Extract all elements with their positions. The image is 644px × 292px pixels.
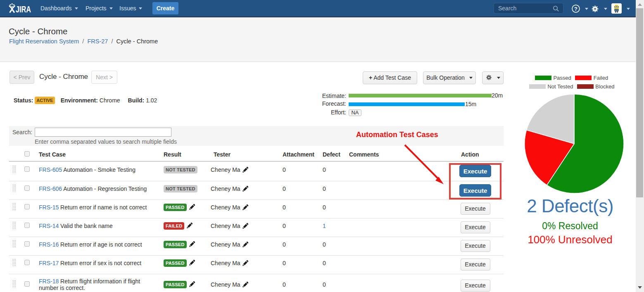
svg-text:JIRA: JIRA bbox=[16, 5, 31, 14]
